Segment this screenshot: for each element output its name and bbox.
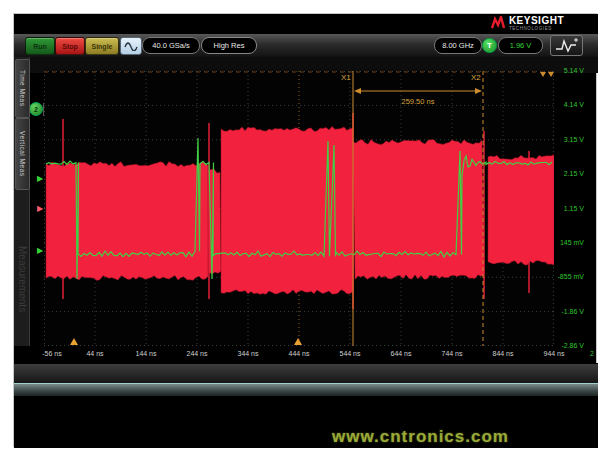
brand-name: KEYSIGHT xyxy=(509,16,564,26)
channel-2-ground-marker[interactable]: ▶ xyxy=(35,246,45,255)
x-axis-label: 944 ns xyxy=(534,350,574,357)
acquisition-mode-button[interactable]: High Res xyxy=(201,37,257,54)
tab-vertical-meas[interactable]: Vertical Meas xyxy=(15,118,30,190)
y-axis-label: 1.15 V xyxy=(546,205,584,214)
y-axis-label: 4.14 V xyxy=(546,101,584,110)
trigger-level-field[interactable]: 1.96 V xyxy=(498,37,543,54)
waveform-display[interactable]: X1X2259.50 ns xyxy=(44,71,554,346)
waveform-setup-button[interactable] xyxy=(550,35,583,56)
y-axis-label: 2.15 V xyxy=(546,170,584,179)
keysight-logo: KEYSIGHT TECHNOLOGIES xyxy=(491,16,564,31)
single-button[interactable]: Single xyxy=(85,37,119,55)
title-bar: KEYSIGHT TECHNOLOGIES xyxy=(14,14,598,34)
channel-2-badge[interactable]: 2 xyxy=(29,102,43,116)
y-axis-label: -1.86 V xyxy=(546,308,584,317)
rf-burst-block xyxy=(46,162,208,281)
tab-time-meas[interactable]: Time Meas xyxy=(15,59,30,118)
touch-wave-icon xyxy=(124,41,138,51)
x-axis-label: 544 ns xyxy=(330,350,370,357)
delta-arrowhead-left xyxy=(354,88,361,94)
watermark: www.cntronics.com xyxy=(332,427,509,447)
x-axis-label: 244 ns xyxy=(177,350,217,357)
x-axis-label: 344 ns xyxy=(228,350,268,357)
brand-subtitle: TECHNOLOGIES xyxy=(509,26,564,31)
oscilloscope-window: KEYSIGHT TECHNOLOGIES Run Stop Single 40… xyxy=(13,13,597,447)
stop-button[interactable]: Stop xyxy=(55,37,85,55)
trigger-level-marker[interactable]: ▶ xyxy=(35,174,45,183)
x-axis-label: 844 ns xyxy=(483,350,523,357)
horizontal-bar: › H 100 ns/ 444.0000 ns xyxy=(14,363,598,384)
acquisition-toolbar: Run Stop Single 40.0 GSa/s High Res 8.00… xyxy=(14,34,598,58)
bandwidth-field[interactable]: 8.00 GHz xyxy=(434,37,482,54)
horizontal-reference-triangle[interactable] xyxy=(70,338,78,345)
run-button[interactable]: Run xyxy=(25,37,55,55)
x-axis-label: 744 ns xyxy=(432,350,472,357)
keysight-spark-icon xyxy=(491,16,506,29)
y-axis-label: 5.14 V xyxy=(546,67,584,76)
pulse-icon xyxy=(555,38,579,53)
x-axis-label: 444 ns xyxy=(279,350,319,357)
trigger-badge[interactable]: T xyxy=(482,38,497,53)
delta-arrowhead-right xyxy=(475,88,482,94)
trigger-position-triangle[interactable] xyxy=(294,338,302,345)
delta-annotation: 259.50 ns xyxy=(402,97,435,106)
results-body: Measurements MeasurementCurrentMeanMin F… xyxy=(14,396,598,448)
channel-4-position-marker[interactable]: ▶ xyxy=(35,204,45,213)
y-axis-label: -855 mV xyxy=(546,273,584,282)
x-axis-label: 144 ns xyxy=(126,350,166,357)
sample-rate-field[interactable]: 40.0 GSa/s xyxy=(142,37,200,54)
marker-x1-label: X1 xyxy=(341,73,351,82)
screenshot-stage: KEYSIGHT TECHNOLOGIES Run Stop Single 40… xyxy=(0,0,600,454)
x-axis-label: 44 ns xyxy=(75,350,115,357)
x-axis-label: 644 ns xyxy=(381,350,421,357)
x-axis-channel-indicator: 2 xyxy=(580,350,594,357)
y-axis-label: 3.15 V xyxy=(546,136,584,145)
measurements-panel-ghost-label: Measurements xyxy=(15,209,28,349)
touch-button[interactable] xyxy=(120,37,142,55)
marker-x2-label: X2 xyxy=(471,73,481,82)
rf-burst-block xyxy=(488,155,554,265)
y-axis-label: 145 mV xyxy=(546,239,584,248)
x-axis-label: -56 ns xyxy=(32,350,72,357)
